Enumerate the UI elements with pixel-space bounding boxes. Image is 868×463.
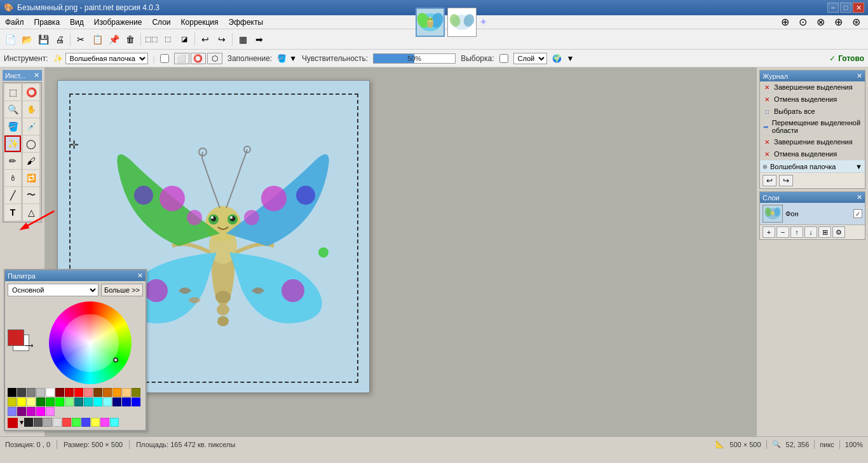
tool-curve[interactable]: 〜 [23, 187, 39, 204]
cut-button[interactable]: ✂ [73, 32, 88, 47]
color-green[interactable] [55, 397, 64, 406]
layer-visibility-checkbox[interactable]: ✓ [853, 209, 862, 218]
palette-more-button[interactable]: Больше >> [101, 284, 143, 296]
journal-undo-button[interactable]: ↩ [763, 175, 776, 186]
deselect-button[interactable]: ⬚ [160, 32, 175, 47]
tool-eyedropper[interactable]: 💉 [23, 118, 39, 135]
tool-checkbox[interactable] [160, 54, 169, 63]
tools-panel-close[interactable]: ✕ [34, 71, 39, 79]
tool-pencil[interactable]: ✏ [4, 153, 21, 169]
color-gray[interactable] [27, 388, 36, 397]
color-lightgreen[interactable] [65, 397, 74, 406]
color-f10[interactable] [110, 418, 119, 427]
color-olive[interactable] [132, 388, 140, 397]
color-navy[interactable] [112, 397, 121, 406]
layer-props-button[interactable]: ⚙ [832, 226, 845, 238]
journal-item-5[interactable]: ✕ Отмена выделения [760, 148, 865, 160]
misc-button[interactable]: ➡ [252, 32, 267, 47]
menu-edit[interactable]: Правка [29, 15, 65, 29]
color-darkblue[interactable] [122, 397, 131, 406]
nav-icon-3[interactable]: ⊗ [813, 15, 829, 30]
history-button[interactable]: ▦ [235, 32, 250, 47]
color-darkgreen[interactable] [36, 397, 45, 406]
color-f9[interactable] [100, 418, 109, 427]
color-f1[interactable] [24, 418, 33, 427]
journal-redo-button[interactable]: ↪ [779, 175, 793, 186]
redo-button[interactable]: ↪ [214, 32, 229, 47]
color-f5[interactable] [62, 418, 71, 427]
foreground-color-swatch[interactable] [8, 329, 24, 346]
color-black[interactable] [8, 388, 17, 397]
layer-up-button[interactable]: ↑ [790, 226, 803, 238]
menu-image[interactable]: Изображение [89, 15, 147, 29]
shape-btn-2[interactable]: ⭕ [191, 53, 206, 64]
color-white[interactable] [46, 388, 55, 397]
color-lightblue[interactable] [8, 407, 17, 416]
done-label[interactable]: Готово [838, 54, 864, 63]
journal-item-1[interactable]: ✕ Отмена выделения [760, 93, 865, 106]
tool-clone[interactable]: 🕯 [4, 170, 21, 186]
canvas-area[interactable]: ✛ [44, 67, 757, 436]
tool-lasso[interactable]: ⭕ [23, 84, 39, 100]
color-lightcyan[interactable] [103, 397, 112, 406]
tool-recolor[interactable]: 🔁 [23, 170, 39, 186]
color-orange[interactable] [112, 388, 121, 397]
color-lightmagenta[interactable] [46, 407, 55, 416]
color-medgreen[interactable] [46, 397, 55, 406]
layer-down-button[interactable]: ↓ [804, 226, 817, 238]
menu-effects[interactable]: Эффекты [224, 15, 269, 29]
tool-rectangle-select[interactable]: ⬚ [4, 84, 21, 100]
tool-pan[interactable]: ✋ [23, 101, 39, 118]
journal-item-2[interactable]: □ Выбрать все [760, 106, 865, 118]
color-teal[interactable] [84, 397, 93, 406]
secondary-thumbnail[interactable] [447, 8, 477, 37]
tool-line[interactable]: ╱ [4, 187, 21, 204]
color-darkyellow[interactable] [8, 397, 17, 406]
journal-close-icon[interactable]: ✕ [857, 72, 862, 80]
copy-button[interactable]: 📋 [90, 32, 105, 47]
color-darkteal[interactable] [74, 397, 83, 406]
tool-text[interactable]: T [4, 204, 21, 221]
wand-dropdown-icon[interactable]: ▼ [855, 163, 862, 170]
color-f6[interactable] [72, 418, 81, 427]
close-button[interactable]: ✕ [853, 3, 864, 13]
instrument-selector[interactable]: ✨ Волшебная палочка [53, 53, 148, 64]
color-magenta[interactable] [36, 407, 45, 416]
undo-button[interactable]: ↩ [198, 32, 213, 47]
color-cyan[interactable] [93, 397, 102, 406]
color-f4[interactable] [53, 418, 62, 427]
color-e1[interactable] [8, 418, 18, 428]
palette-extra-icon[interactable]: ▾ [18, 418, 24, 428]
color-f2[interactable] [34, 418, 43, 427]
color-wheel-selector[interactable] [113, 357, 118, 363]
fill-control[interactable]: 🪣 ▼ [277, 54, 297, 63]
color-darkgray[interactable] [17, 388, 26, 397]
tool-brush[interactable]: 🖌 [23, 153, 39, 169]
color-f7[interactable] [81, 418, 90, 427]
new-file-button[interactable]: 📄 [3, 32, 18, 47]
journal-wand-row[interactable]: ⎈ Волшебная палочка ▼ [760, 160, 865, 173]
layer-item-background[interactable]: Фон ✓ [760, 203, 865, 225]
globe-dropdown[interactable]: ▼ [567, 54, 574, 63]
color-darkorange[interactable] [103, 388, 112, 397]
color-yellow[interactable] [17, 397, 26, 406]
nav-icon-2[interactable]: ⊙ [796, 15, 811, 30]
nav-icon-5[interactable]: ⊛ [849, 15, 864, 30]
color-purple[interactable] [17, 407, 26, 416]
color-silver[interactable] [36, 388, 45, 397]
menu-view[interactable]: Вид [65, 15, 89, 29]
color-f3[interactable] [43, 418, 52, 427]
journal-item-3[interactable]: ➡ Перемещение выделенной области [760, 118, 865, 136]
nav-icon-1[interactable]: ⊕ [778, 15, 793, 30]
paste-button[interactable]: 📌 [106, 32, 121, 47]
palette-mode-select[interactable]: Основной [8, 284, 98, 296]
color-wheel[interactable] [49, 301, 132, 384]
tool-fill[interactable]: 🪣 [4, 118, 21, 135]
select-all-button[interactable]: ⬚⬚ [144, 32, 159, 47]
shape-btn-1[interactable]: ⬜ [174, 53, 189, 64]
color-lightorange[interactable] [122, 388, 131, 397]
layers-close-icon[interactable]: ✕ [857, 193, 862, 202]
nav-icon-4[interactable]: ⊕ [831, 15, 846, 30]
merge-layer-button[interactable]: ⊞ [818, 226, 831, 238]
instrument-select[interactable]: Волшебная палочка [65, 53, 148, 64]
